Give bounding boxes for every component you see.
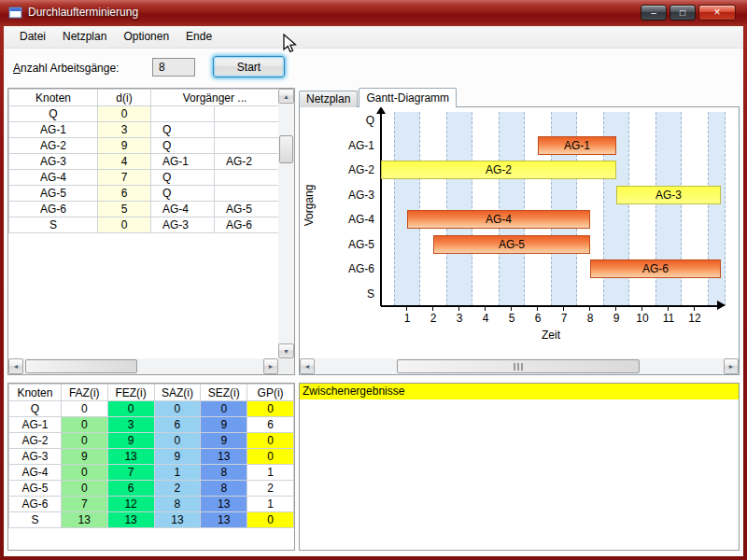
- scroll-right-button[interactable]: ►: [263, 358, 278, 374]
- nodes-vertical-scrollbar[interactable]: ▲ ▼: [278, 89, 294, 358]
- cell-vorgaenger-1[interactable]: [151, 106, 215, 122]
- cell-d[interactable]: 5: [98, 202, 151, 217]
- cell-vorgaenger-1[interactable]: Q: [151, 122, 215, 138]
- cell-value[interactable]: 0: [247, 449, 294, 465]
- cell-value[interactable]: 13: [107, 449, 154, 465]
- cell-value[interactable]: 6: [107, 481, 154, 497]
- cell-d[interactable]: 0: [98, 217, 151, 233]
- cell-value[interactable]: 1: [247, 465, 294, 481]
- gantt-horizontal-scrollbar[interactable]: ◄ ►: [300, 358, 739, 374]
- menu-item-ende[interactable]: Ende: [177, 26, 220, 49]
- cell-d[interactable]: 6: [98, 186, 151, 202]
- close-button[interactable]: ×: [698, 5, 736, 21]
- cell-d[interactable]: 9: [98, 138, 151, 154]
- cell-value[interactable]: 0: [61, 401, 107, 417]
- cell-knoten[interactable]: S: [9, 217, 98, 233]
- column-header-d[interactable]: d(i): [98, 90, 151, 106]
- cell-value[interactable]: 3: [107, 417, 154, 433]
- tab-gantt-diagramm[interactable]: Gantt-Diagramm: [359, 88, 457, 107]
- cell-vorgaenger-1[interactable]: Q: [151, 186, 215, 202]
- cell-vorgaenger-2[interactable]: AG-6: [215, 217, 279, 233]
- cell-vorgaenger-2[interactable]: [215, 138, 279, 154]
- cell-knoten[interactable]: AG-2: [9, 138, 98, 154]
- cell-d[interactable]: 0: [98, 106, 151, 122]
- cell-knoten[interactable]: AG-4: [9, 170, 98, 186]
- scroll-up-button[interactable]: ▲: [278, 89, 294, 104]
- cell-value[interactable]: 0: [247, 512, 294, 528]
- cell-vorgaenger-2[interactable]: AG-2: [215, 154, 279, 170]
- cell-vorgaenger-1[interactable]: AG-1: [151, 154, 215, 170]
- maximize-button[interactable]: □: [669, 5, 696, 21]
- cell-knoten[interactable]: AG-2: [9, 433, 62, 449]
- cell-value[interactable]: 7: [61, 497, 107, 512]
- title-bar[interactable]: Durchlaufterminierung –□×: [0, 0, 747, 26]
- cell-d[interactable]: 7: [98, 170, 151, 186]
- cell-vorgaenger-1[interactable]: AG-3: [151, 217, 215, 233]
- column-header-knoten[interactable]: Knoten: [9, 90, 98, 106]
- column-header[interactable]: FEZ(i): [107, 385, 154, 401]
- cell-vorgaenger-2[interactable]: AG-5: [215, 202, 279, 217]
- cell-value[interactable]: 0: [154, 433, 201, 449]
- cell-value[interactable]: 0: [61, 433, 107, 449]
- cell-value[interactable]: 13: [61, 512, 107, 528]
- menu-item-datei[interactable]: Datei: [11, 26, 54, 49]
- cell-knoten[interactable]: AG-4: [9, 465, 62, 481]
- cell-value[interactable]: 9: [154, 449, 201, 465]
- cell-knoten[interactable]: AG-3: [9, 154, 98, 170]
- cell-vorgaenger-2[interactable]: [215, 122, 279, 138]
- cell-knoten[interactable]: AG-6: [9, 497, 62, 512]
- cell-knoten[interactable]: AG-1: [9, 417, 62, 433]
- cell-knoten[interactable]: S: [9, 512, 62, 528]
- tab-netzplan[interactable]: Netzplan: [299, 91, 358, 107]
- cell-value[interactable]: 1: [247, 497, 294, 512]
- count-input[interactable]: [152, 58, 195, 77]
- cell-vorgaenger-1[interactable]: Q: [151, 170, 215, 186]
- start-button[interactable]: Start: [213, 56, 285, 77]
- cell-knoten[interactable]: AG-1: [9, 122, 98, 138]
- cell-value[interactable]: 6: [247, 417, 294, 433]
- cell-value[interactable]: 0: [61, 465, 107, 481]
- cell-value[interactable]: 9: [201, 417, 247, 433]
- cell-knoten[interactable]: AG-5: [9, 481, 62, 497]
- cell-value[interactable]: 9: [107, 433, 154, 449]
- cell-knoten[interactable]: AG-3: [9, 449, 62, 465]
- cell-knoten[interactable]: AG-5: [9, 186, 98, 202]
- cell-value[interactable]: 0: [107, 401, 154, 417]
- minimize-button[interactable]: –: [641, 5, 667, 21]
- cell-value[interactable]: 8: [154, 497, 201, 512]
- cell-vorgaenger-2[interactable]: [215, 106, 279, 122]
- column-header[interactable]: FAZ(i): [61, 385, 107, 401]
- scrollbar-thumb[interactable]: [279, 135, 293, 163]
- column-header[interactable]: Knoten: [9, 385, 62, 401]
- cell-value[interactable]: 9: [201, 433, 247, 449]
- cell-value[interactable]: 7: [107, 465, 154, 481]
- column-header[interactable]: SEZ(i): [201, 385, 247, 401]
- cell-value[interactable]: 2: [154, 481, 201, 497]
- cell-vorgaenger-2[interactable]: [215, 170, 279, 186]
- menu-item-optionen[interactable]: Optionen: [115, 26, 177, 49]
- cell-value[interactable]: 0: [201, 401, 247, 417]
- cell-value[interactable]: 13: [107, 512, 154, 528]
- cell-value[interactable]: 1: [154, 465, 201, 481]
- cell-d[interactable]: 3: [98, 122, 151, 138]
- column-header[interactable]: SAZ(i): [154, 385, 201, 401]
- cell-knoten[interactable]: Q: [9, 401, 62, 417]
- cell-value[interactable]: 0: [61, 417, 107, 433]
- scroll-down-button[interactable]: ▼: [278, 343, 294, 358]
- cell-vorgaenger-2[interactable]: [215, 186, 279, 202]
- cell-value[interactable]: 8: [201, 481, 247, 497]
- cell-value[interactable]: 9: [61, 449, 107, 465]
- menu-item-netzplan[interactable]: Netzplan: [54, 26, 115, 49]
- scroll-left-button[interactable]: ◄: [300, 358, 315, 374]
- cell-vorgaenger-1[interactable]: Q: [151, 138, 215, 154]
- cell-knoten[interactable]: AG-6: [9, 202, 98, 217]
- cell-value[interactable]: 12: [107, 497, 154, 512]
- cell-value[interactable]: 13: [201, 497, 247, 512]
- scroll-right-button[interactable]: ►: [724, 358, 739, 374]
- cell-value[interactable]: 13: [201, 449, 247, 465]
- scroll-left-button[interactable]: ◄: [8, 358, 23, 374]
- cell-value[interactable]: 6: [154, 417, 201, 433]
- cell-value[interactable]: 8: [201, 465, 247, 481]
- cell-value[interactable]: 0: [61, 481, 107, 497]
- nodes-horizontal-scrollbar[interactable]: ◄ ►: [8, 358, 278, 374]
